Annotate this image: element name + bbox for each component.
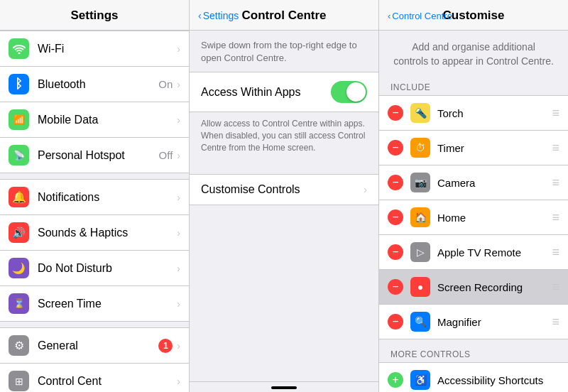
mobiledata-icon: 📶	[9, 109, 29, 130]
control-centre-column: ‹ Settings Control Centre Swipe down fro…	[190, 0, 379, 392]
mobiledata-label: Mobile Data	[38, 114, 177, 126]
customise-column: ‹ Control Centre Customise Add and organ…	[379, 0, 568, 392]
controlcent-chevron: ›	[177, 376, 180, 387]
ctrl-item-screenrec[interactable]: − ● Screen Recording ≡	[379, 270, 568, 305]
settings-group-personalization: ⚙ General 1 › ⊞ Control Cent › ☀ Display…	[0, 327, 189, 392]
screentime-label: Screen Time	[38, 298, 177, 310]
settings-item-screentime[interactable]: ⌛ Screen Time ›	[0, 286, 189, 322]
appletv-icon: ▷	[410, 242, 430, 262]
settings-item-hotspot[interactable]: 📡 Personal Hotspot Off ›	[0, 138, 189, 173]
camera-label: Camera	[437, 177, 547, 189]
customise-desc: Add and organise additional controls to …	[379, 31, 568, 78]
ctrl-item-camera[interactable]: − 📷 Camera ≡	[379, 165, 568, 200]
more-list: + ♿ Accessibility Shortcuts + ⏰ Alarm + …	[379, 362, 568, 392]
control-centre-header: ‹ Settings Control Centre	[190, 0, 378, 31]
bottom-indicator	[271, 386, 297, 389]
customise-controls-section: Customise Controls ›	[190, 174, 378, 205]
camera-icon: 📷	[410, 173, 430, 192]
hotspot-chevron: ›	[177, 150, 180, 161]
home-drag[interactable]: ≡	[552, 210, 559, 225]
bluetooth-icon: ᛒ	[9, 74, 29, 94]
more-section-label: MORE CONTROLS	[379, 345, 568, 362]
settings-item-sounds[interactable]: 🔊 Sounds & Haptics ›	[0, 215, 189, 251]
settings-item-notifications[interactable]: 🔔 Notifications ›	[0, 179, 189, 215]
remove-screenrec-btn[interactable]: −	[388, 279, 403, 295]
remove-appletv-btn[interactable]: −	[388, 244, 403, 260]
torch-label: Torch	[437, 107, 547, 119]
access-within-apps-item[interactable]: Access Within Apps	[190, 72, 378, 111]
wifi-chevron: ›	[177, 43, 180, 55]
settings-item-wifi[interactable]: Wi-Fi ›	[0, 31, 189, 67]
torch-icon: 🔦	[410, 103, 430, 123]
settings-item-general[interactable]: ⚙ General 1 ›	[0, 327, 189, 364]
magnifier-label: Magnifier	[437, 316, 547, 328]
customise-controls-label: Customise Controls	[201, 183, 364, 196]
settings-item-controlcent[interactable]: ⊞ Control Cent ›	[0, 364, 189, 392]
customise-header: ‹ Control Centre Customise	[379, 0, 568, 31]
col2-bottom-bar	[190, 381, 378, 392]
wifi-label: Wi-Fi	[38, 43, 177, 55]
control-centre-hint: Swipe down from the top-right edge to op…	[190, 31, 378, 72]
hotspot-value: Off	[159, 149, 173, 161]
bluetooth-chevron: ›	[177, 79, 180, 90]
settings-item-dnd[interactable]: 🌙 Do Not Disturb ›	[0, 251, 189, 286]
settings-item-mobiledata[interactable]: 📶 Mobile Data ›	[0, 102, 189, 138]
settings-group-network: Wi-Fi › ᛒ Bluetooth On › 📶 Mobile Data ›…	[0, 31, 189, 173]
screenrec-label: Screen Recording	[437, 281, 547, 293]
magnifier-drag[interactable]: ≡	[552, 315, 559, 330]
back-to-control-centre[interactable]: ‹ Control Centre	[386, 11, 452, 21]
appletv-label: Apple TV Remote	[437, 246, 547, 258]
remove-camera-btn[interactable]: −	[388, 175, 403, 190]
notifications-icon: 🔔	[9, 187, 29, 207]
screenrec-icon: ●	[410, 277, 430, 297]
remove-magnifier-btn[interactable]: −	[388, 314, 403, 330]
remove-torch-btn[interactable]: −	[388, 105, 403, 121]
settings-item-bluetooth[interactable]: ᛒ Bluetooth On ›	[0, 67, 189, 102]
torch-drag[interactable]: ≡	[552, 106, 559, 121]
bluetooth-label: Bluetooth	[38, 78, 158, 91]
timer-icon: ⏱	[410, 138, 430, 158]
bluetooth-value: On	[158, 78, 173, 90]
sounds-icon: 🔊	[9, 222, 29, 243]
customise-scroll[interactable]: Add and organise additional controls to …	[379, 31, 568, 392]
wifi-icon	[9, 38, 29, 59]
general-icon: ⚙	[9, 335, 29, 356]
ctrl-item-timer[interactable]: − ⏱ Timer ≡	[379, 131, 568, 165]
remove-home-btn[interactable]: −	[388, 209, 403, 225]
ctrl-item-appletv[interactable]: − ▷ Apple TV Remote ≡	[379, 235, 568, 270]
sounds-chevron: ›	[177, 227, 180, 239]
customise-chevron: ›	[364, 184, 367, 195]
customise-controls-item[interactable]: Customise Controls ›	[190, 175, 378, 205]
settings-title: Settings	[11, 9, 178, 23]
dnd-chevron: ›	[177, 263, 180, 274]
remove-timer-btn[interactable]: −	[388, 140, 403, 156]
controlcent-label: Control Cent	[38, 375, 177, 388]
general-label: General	[38, 339, 158, 352]
back3-chevron: ‹	[388, 11, 390, 21]
mobiledata-chevron: ›	[177, 114, 180, 126]
access-desc: Allow access to Control Centre within ap…	[190, 112, 378, 162]
ctrl-item-home[interactable]: − 🏠 Home ≡	[379, 200, 568, 235]
access-within-apps-toggle[interactable]	[331, 81, 367, 103]
settings-header: Settings	[0, 0, 189, 31]
timer-drag[interactable]: ≡	[552, 141, 559, 156]
ctrl-item-torch[interactable]: − 🔦 Torch ≡	[379, 95, 568, 131]
notifications-label: Notifications	[38, 191, 177, 204]
access-within-apps-section: Access Within Apps	[190, 72, 378, 112]
general-badge: 1	[158, 339, 173, 353]
screentime-icon: ⌛	[9, 293, 29, 314]
settings-group-system: 🔔 Notifications › 🔊 Sounds & Haptics › 🌙…	[0, 179, 189, 322]
screenrec-drag[interactable]: ≡	[552, 280, 559, 295]
add-access-btn[interactable]: +	[388, 372, 403, 388]
timer-label: Timer	[437, 142, 547, 154]
home-label: Home	[437, 212, 547, 224]
appletv-drag[interactable]: ≡	[552, 245, 559, 260]
access-label: Accessibility Shortcuts	[437, 374, 559, 386]
ctrl-item-magnifier[interactable]: − 🔍 Magnifier ≡	[379, 305, 568, 339]
camera-drag[interactable]: ≡	[552, 175, 559, 190]
back-to-settings[interactable]: ‹ Settings	[197, 10, 239, 21]
sounds-label: Sounds & Haptics	[38, 227, 177, 239]
notifications-chevron: ›	[177, 192, 180, 203]
general-chevron: ›	[177, 340, 180, 352]
ctrl-item-access[interactable]: + ♿ Accessibility Shortcuts	[379, 362, 568, 392]
